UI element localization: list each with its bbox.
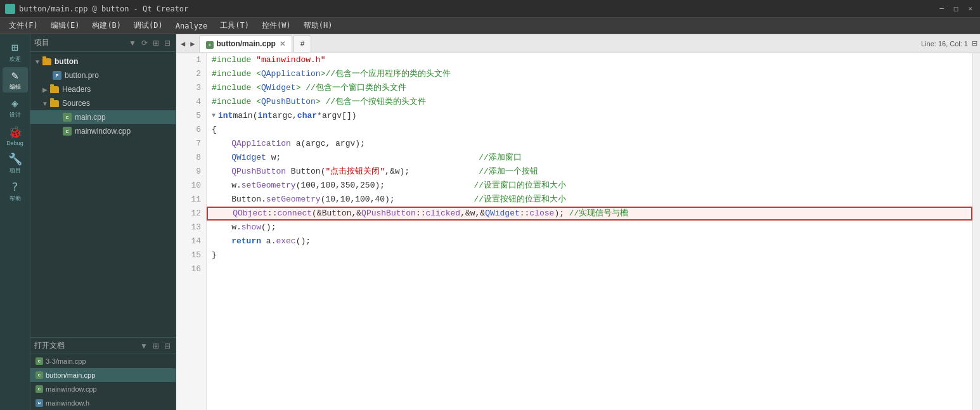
sidebar-item-help[interactable]: ? 帮助 — [3, 179, 28, 204]
line-num-15: 15 — [176, 248, 206, 262]
open-doc-name: 3-3/main.cpp — [46, 357, 86, 365]
docs-expand-icon[interactable]: ⊞ — [152, 340, 160, 352]
tree-node-text: Sources — [62, 99, 90, 108]
menu-analyze[interactable]: Analyze — [169, 20, 214, 32]
tree-node-text: button.pro — [65, 71, 99, 80]
tab-hash-label: # — [300, 39, 305, 48]
welcome-icon: ⊞ — [11, 41, 18, 54]
close-button[interactable]: ✕ — [965, 4, 975, 13]
sidebar-item-debug[interactable]: 🐞 Debug — [3, 123, 28, 148]
minimize-button[interactable]: ─ — [937, 4, 946, 13]
open-doc-name: mainwindow.cpp — [46, 385, 97, 393]
collapse-icon[interactable]: ⊟ — [972, 39, 977, 48]
tree-node-button[interactable]: ▼ button — [30, 54, 176, 68]
line-num-14: 14 — [176, 234, 206, 248]
tree-expand-icon[interactable]: ⊞ — [152, 37, 160, 49]
open-doc-3-3-main[interactable]: C 3-3/main.cpp — [30, 354, 176, 368]
sidebar-item-welcome[interactable]: ⊞ 欢迎 — [3, 39, 28, 65]
line-num-12: 12 — [176, 207, 206, 221]
window-controls: ─ □ ✕ — [937, 4, 975, 13]
tree-node-text: Headers — [62, 85, 91, 94]
headers-folder-icon — [49, 85, 60, 94]
line-num-4: 4 — [176, 95, 206, 109]
tree-node-text: main.cpp — [75, 113, 106, 122]
open-doc-mainwindow-cpp[interactable]: C mainwindow.cpp — [30, 382, 176, 396]
menu-tools[interactable]: 工具(T) — [214, 19, 255, 32]
app-icon — [5, 4, 15, 14]
sync-icon[interactable]: ⟳ — [140, 37, 149, 49]
code-content[interactable]: #include "mainwindow.h" #include <QAppli… — [207, 53, 972, 410]
cpp-icon: C — [35, 371, 43, 379]
nav-back-icon[interactable]: ◀ — [179, 39, 187, 48]
position-status: Line: 16, Col: 1 — [921, 40, 968, 48]
menu-debug[interactable]: 调试(D) — [127, 19, 169, 32]
edit-icon: ✎ — [11, 68, 18, 82]
nav-forward-icon[interactable]: ▶ — [188, 39, 197, 48]
open-docs-panel: 打开文档 ▼ ⊞ ⊟ C 3-3/main.cpp C button/main.… — [30, 337, 176, 410]
cpp-icon: C — [35, 385, 43, 393]
menu-build[interactable]: 构建(B) — [86, 19, 127, 32]
code-line-6: { — [207, 123, 972, 137]
code-line-11: Button.setGeometry(10,10,100,40); //设置按钮… — [207, 193, 972, 207]
sidebar-item-project[interactable]: 🔧 项目 — [3, 151, 28, 176]
code-line-9: QPushButton Button("点击按钮关闭",&w); //添加一个按… — [207, 165, 972, 179]
docs-filter-icon[interactable]: ▼ — [139, 340, 149, 352]
code-editor[interactable]: 1 2 3 4 5 6 7 8 9 10 11 12 13 14 15 16 — [176, 53, 980, 410]
tab-bar: ◀ ▶ C button/main.cpp ✕ # Line: 16, Col:… — [176, 34, 980, 53]
debug-icon: 🐞 — [8, 125, 22, 139]
sidebar-item-design[interactable]: ◈ 设计 — [3, 95, 28, 120]
line-num-1: 1 — [176, 53, 206, 67]
window-title: button/main.cpp @ button - Qt Creator — [19, 4, 937, 13]
open-doc-mainwindow-h[interactable]: H mainwindow.h — [30, 396, 176, 410]
editor-scrollbar[interactable] — [972, 53, 980, 410]
docs-collapse-icon[interactable]: ⊟ — [163, 340, 172, 352]
code-line-2: #include <QApplication>//包含一个应用程序的类的头文件 — [207, 67, 972, 81]
help-label: 帮助 — [10, 195, 21, 203]
code-line-3: #include <QWidget> //包含一个窗口类的头文件 — [207, 81, 972, 95]
tab-close-icon[interactable]: ✕ — [280, 40, 285, 48]
cpp-file-icon: C — [62, 113, 72, 122]
main-layout: ⊞ 欢迎 ✎ 编辑 ◈ 设计 🐞 Debug 🔧 项目 ? 帮助 项目 ▼ — [0, 34, 980, 410]
tree-arrow: ▼ — [33, 58, 42, 65]
tab-hash[interactable]: # — [293, 35, 312, 52]
file-tree-panel: 项目 ▼ ⟳ ⊞ ⊟ ▼ button P — [30, 34, 176, 410]
h-icon: H — [35, 399, 43, 407]
tree-node-text: mainwindow.cpp — [75, 127, 131, 136]
filter-icon[interactable]: ▼ — [127, 37, 138, 49]
code-line-10: w.setGeometry(100,100,350,250); //设置窗口的位… — [207, 179, 972, 193]
menu-file[interactable]: 文件(F) — [3, 19, 44, 32]
open-docs-toolbar: 打开文档 ▼ ⊞ ⊟ — [30, 338, 176, 354]
sidebar-item-edit[interactable]: ✎ 编辑 — [3, 67, 28, 93]
open-docs-icons: ▼ ⊞ ⊟ — [139, 340, 172, 352]
open-doc-name: mainwindow.h — [46, 399, 89, 407]
design-label: 设计 — [10, 111, 21, 119]
code-line-5: int main(int argc, char *argv[]) — [207, 109, 972, 123]
line-num-7: 7 — [176, 137, 206, 151]
menu-controls[interactable]: 控件(W) — [255, 19, 297, 32]
line-num-9: 9 — [176, 165, 206, 179]
pro-file-icon: P — [52, 71, 62, 80]
tree-node-main-cpp[interactable]: C main.cpp — [30, 110, 176, 124]
tree-node-mainwindow-cpp[interactable]: C mainwindow.cpp — [30, 124, 176, 138]
tab-button-main-cpp[interactable]: C button/main.cpp ✕ — [199, 35, 292, 52]
file-tree: ▼ button P button.pro ▶ Heade — [30, 52, 176, 337]
tree-node-sources[interactable]: ▼ Sources — [30, 96, 176, 110]
tree-node-text: button — [55, 57, 78, 66]
tree-node-button-pro[interactable]: P button.pro — [30, 68, 176, 82]
line-num-6: 6 — [176, 123, 206, 137]
code-line-13: w.show(); — [207, 221, 972, 234]
maximize-button[interactable]: □ — [951, 4, 961, 13]
project-label: 项目 — [10, 167, 21, 175]
project-panel-label: 项目 — [34, 37, 49, 48]
line-num-2: 2 — [176, 67, 206, 81]
tree-collapse-icon[interactable]: ⊟ — [163, 37, 172, 49]
code-line-8: QWidget w; //添加窗口 — [207, 151, 972, 165]
menu-edit[interactable]: 编辑(E) — [44, 19, 86, 32]
menu-help[interactable]: 帮助(H) — [297, 19, 339, 32]
open-doc-button-main[interactable]: C button/main.cpp — [30, 368, 176, 382]
project-icon: 🔧 — [8, 152, 22, 165]
tree-node-headers[interactable]: ▶ Headers — [30, 82, 176, 96]
tab-cpp-icon: C — [206, 41, 214, 49]
left-sidebar: ⊞ 欢迎 ✎ 编辑 ◈ 设计 🐞 Debug 🔧 项目 ? 帮助 — [0, 34, 30, 410]
cpp-icon: C — [35, 357, 43, 365]
